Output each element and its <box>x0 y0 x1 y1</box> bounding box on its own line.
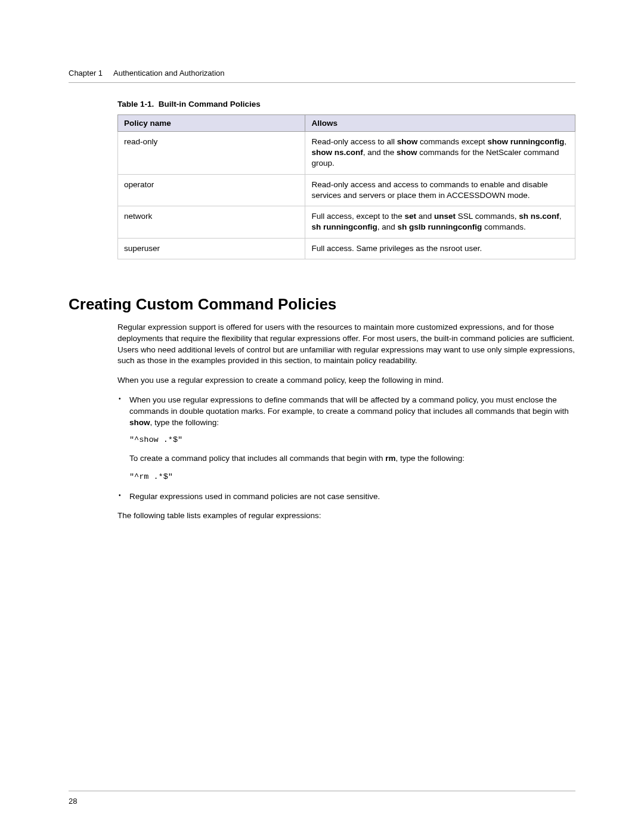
body-paragraph: The following table lists examples of re… <box>117 510 575 522</box>
table-row: operator Read-only access and access to … <box>118 174 575 206</box>
policy-desc-cell: Read-only access and access to commands … <box>305 174 575 206</box>
policy-name-cell: superuser <box>118 238 305 259</box>
body-paragraph: Regular expression support is offered fo… <box>117 322 575 367</box>
code-snippet: "^rm .*$" <box>129 472 575 483</box>
table-caption-label: Table 1-1. <box>117 100 154 109</box>
header-divider <box>69 82 575 83</box>
list-item: Regular expressions used in command poli… <box>117 491 575 503</box>
table-row: network Full access, except to the set a… <box>118 206 575 238</box>
table-caption-title: Built-in Command Policies <box>159 100 261 109</box>
policy-name-cell: network <box>118 206 305 238</box>
page-header: Chapter 1 Authentication and Authorizati… <box>69 69 575 78</box>
policy-desc-cell: Read-only access to all show commands ex… <box>305 132 575 175</box>
page-number: 28 <box>69 797 77 806</box>
policy-desc-cell: Full access. Same privileges as the nsro… <box>305 238 575 259</box>
col-allows: Allows <box>305 115 575 132</box>
sub-paragraph: To create a command policy that includes… <box>129 453 575 465</box>
footer-divider <box>69 791 575 791</box>
col-policy-name: Policy name <box>118 115 305 132</box>
bullet-list: When you use regular expressions to defi… <box>117 395 575 502</box>
table-caption: Table 1-1. Built-in Command Policies <box>117 100 575 109</box>
policy-name-cell: operator <box>118 174 305 206</box>
section-heading: Creating Custom Command Policies <box>69 295 575 314</box>
body-paragraph: When you use a regular expression to cre… <box>117 375 575 386</box>
list-item: When you use regular expressions to defi… <box>117 395 575 482</box>
chapter-title: Authentication and Authorization <box>113 69 224 78</box>
command-policies-table: Policy name Allows read-only Read-only a… <box>117 114 575 259</box>
table-row: superuser Full access. Same privileges a… <box>118 238 575 259</box>
policy-name-cell: read-only <box>118 132 305 175</box>
chapter-label: Chapter 1 <box>69 69 103 78</box>
code-snippet: "^show .*$" <box>129 435 575 446</box>
table-row: read-only Read-only access to all show c… <box>118 132 575 175</box>
policy-desc-cell: Full access, except to the set and unset… <box>305 206 575 238</box>
